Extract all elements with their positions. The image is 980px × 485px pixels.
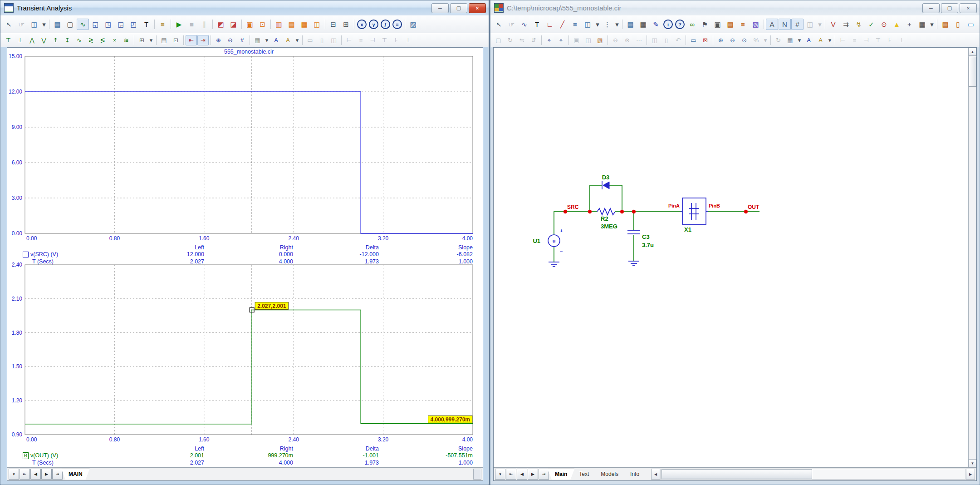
go-to-branch-icon[interactable]: ≡ (392, 20, 402, 29)
vertical-scroll-thumb[interactable] (969, 57, 976, 87)
component-dropdown-icon[interactable]: ▾ (594, 19, 601, 30)
node-snap-icon[interactable]: ⋮ (601, 19, 613, 30)
three-panes-icon[interactable]: ▦ (298, 19, 310, 30)
show-voltages-icon[interactable]: V (827, 19, 839, 30)
grid-dropdown-icon[interactable]: ▾ (796, 35, 803, 45)
next-page-button[interactable]: ▶ (528, 469, 538, 480)
previous-page-button[interactable]: ◀ (517, 469, 527, 480)
show-conditions-icon[interactable]: ✓ (865, 19, 877, 30)
graphics-icon[interactable]: ▤ (624, 19, 637, 30)
inflection-point-icon[interactable]: ∿ (74, 35, 85, 45)
watch-window-icon[interactable]: ◪ (227, 19, 240, 30)
scroll-right-button[interactable]: ▶ (966, 469, 975, 480)
left-cursor-icon[interactable]: ⇤ (186, 35, 197, 45)
show-power-icon[interactable]: ↯ (853, 19, 865, 30)
pin-connections-icon[interactable]: ⊙ (878, 19, 890, 30)
branch-tag[interactable]: B (23, 452, 29, 459)
color-shapes-icon[interactable]: ▧ (594, 35, 606, 45)
run-icon[interactable]: ▶ (173, 19, 185, 30)
two-panes-icon[interactable]: ▤ (285, 19, 298, 30)
wire-diode-right[interactable] (609, 185, 622, 212)
value-c3[interactable]: 3.7u (642, 242, 654, 248)
numeric-output-icon[interactable]: ⊡ (170, 35, 181, 45)
waveform-name-vout[interactable]: v(OUT) (V) (30, 452, 58, 459)
tab-main[interactable]: Main (548, 469, 574, 480)
font-color-dropdown-icon[interactable]: ▾ (827, 35, 833, 45)
fit-mode-icon[interactable]: ◰ (127, 19, 140, 30)
scroll-left-button[interactable]: ◀ (651, 469, 660, 480)
tab-scroll-corner[interactable] (473, 469, 481, 480)
subcircuit-x1[interactable] (681, 198, 708, 224)
analysis-properties-icon[interactable]: ≡ (157, 19, 169, 30)
node-dropdown-icon[interactable]: ▾ (614, 19, 620, 30)
graph-select-mode-icon[interactable]: ∿ (77, 19, 89, 30)
trace-v-out-v-[interactable] (25, 310, 473, 424)
zoom-y-mode-icon[interactable]: ◳ (102, 19, 114, 30)
paint-icon[interactable]: ▧ (750, 19, 762, 30)
enable-box-icon[interactable]: ▣ (711, 19, 724, 30)
vout-chart[interactable]: 0.000.801.602.403.204.002.402.101.801.50… (7, 254, 483, 445)
ref-x1[interactable]: X1 (684, 226, 691, 233)
select-mode-icon[interactable]: ▢ (64, 19, 76, 30)
output-notes-icon[interactable]: ▤ (158, 35, 170, 45)
horizontal-scrollbar[interactable]: ◀ ▶ (651, 469, 975, 480)
split-window-icon[interactable]: ◫ (977, 19, 980, 30)
cursor-top-icon[interactable]: ⊤ (3, 35, 14, 45)
font-icon[interactable]: A (803, 35, 814, 45)
font-color-dropdown-icon[interactable]: ▾ (294, 35, 300, 45)
zoom-region-icon[interactable]: # (236, 35, 248, 45)
pan-hand-icon[interactable]: ☞ (505, 19, 518, 30)
last-page-button[interactable]: ⇥ (539, 469, 549, 480)
ref-d3[interactable]: D3 (602, 174, 610, 181)
ref-u1[interactable]: U1 (533, 238, 540, 244)
plot-properties-icon[interactable]: ▨ (407, 19, 419, 30)
pan-hand-icon[interactable]: ☞ (15, 19, 28, 30)
select-arrow-icon[interactable]: ↖ (3, 19, 15, 30)
new-page-icon[interactable]: ▭ (965, 19, 977, 30)
link-icon[interactable]: ∞ (686, 19, 698, 30)
cursor-cross-icon[interactable]: × (109, 35, 120, 45)
first-page-button[interactable]: ⇤ (506, 469, 516, 480)
copy-to-clipboard-icon[interactable]: ◫ (28, 19, 40, 30)
vertical-scroll-track[interactable] (969, 56, 976, 459)
four-panes-icon[interactable]: ◫ (311, 19, 323, 30)
component-icon[interactable]: ◫ (582, 19, 594, 30)
spreadsheet-icon[interactable]: ▦ (637, 19, 649, 30)
right-cursor-icon[interactable]: ⇥ (197, 35, 209, 45)
tab-list-button[interactable]: ▾ (9, 469, 19, 480)
diagonal-wire-mode-icon[interactable]: ╱ (556, 19, 568, 30)
find-next-icon[interactable]: ⌖ (555, 35, 567, 45)
go-to-x-icon[interactable]: x (357, 20, 367, 29)
grid-options-icon[interactable]: ▦ (252, 35, 263, 45)
rule-check-icon[interactable]: ≡ (737, 19, 749, 30)
wire-mode-icon[interactable]: ∟ (544, 19, 556, 30)
next-high-icon[interactable]: ↥ (50, 35, 61, 45)
close-button[interactable]: × (469, 3, 486, 13)
go-to-performance-icon[interactable]: ƒ (381, 20, 390, 29)
schematic-canvas[interactable]: u + − (494, 48, 968, 467)
vsrc-chart[interactable]: 0.000.801.602.403.204.0015.0012.009.006.… (7, 48, 483, 244)
schematic-drawing[interactable]: u + − (494, 48, 968, 459)
maximize-button[interactable]: ▢ (450, 3, 467, 13)
ref-r2[interactable]: R2 (601, 215, 608, 222)
ref-c3[interactable]: C3 (642, 233, 650, 240)
capacitor-c3[interactable] (627, 231, 640, 234)
next-low-icon[interactable]: ↧ (62, 35, 73, 45)
text-mode-icon[interactable]: T (140, 19, 152, 30)
envelope-icon[interactable]: ≋ (121, 35, 132, 45)
info-icon[interactable]: i (663, 20, 673, 29)
grid-dropdown-icon[interactable]: ▾ (929, 19, 935, 30)
node-label-src[interactable]: SRC (567, 204, 579, 210)
grid-options-icon[interactable]: ▦ (784, 35, 796, 45)
font-color-icon[interactable]: A (815, 35, 826, 45)
next-page-button[interactable]: ▶ (41, 469, 52, 480)
title-block-icon[interactable]: ▯ (952, 19, 964, 30)
show-node-names-icon[interactable]: N (779, 19, 791, 30)
grid-dropdown-icon[interactable]: ▾ (264, 35, 270, 45)
previous-page-button[interactable]: ◀ (30, 469, 41, 480)
node-label-out[interactable]: OUT (748, 204, 760, 210)
last-page-button[interactable]: ⇥ (52, 469, 63, 480)
help-icon[interactable]: ? (675, 20, 685, 29)
tab-main[interactable]: MAIN (61, 469, 90, 480)
add-page-icon[interactable]: ▭ (688, 35, 699, 45)
